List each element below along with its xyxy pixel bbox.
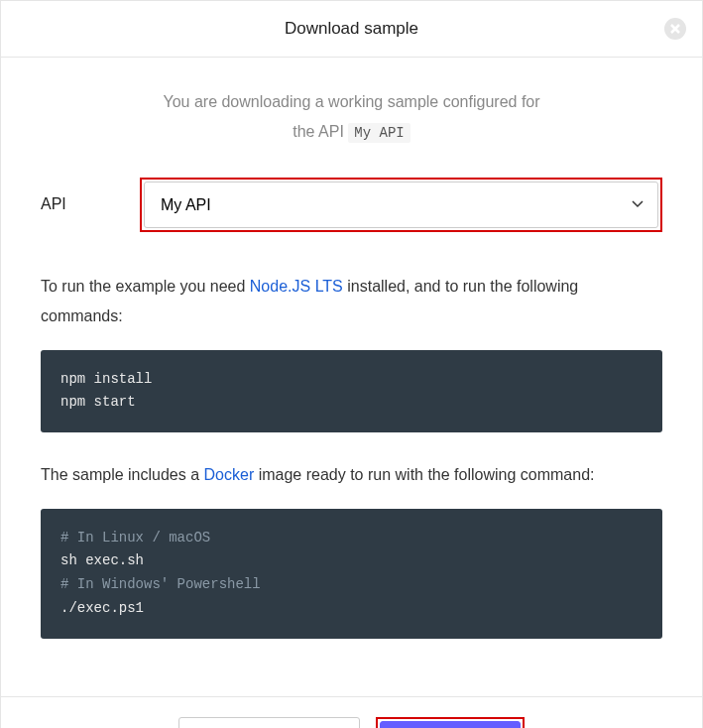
code-line: npm start (60, 394, 136, 410)
docker-link[interactable]: Docker (204, 466, 255, 483)
docker-instructions: The sample includes a Docker image ready… (41, 460, 662, 490)
npm-code-block: npm install npm start (41, 350, 662, 433)
close-button[interactable] (664, 18, 686, 40)
run-instructions: To run the example you need Node.JS LTS … (41, 272, 662, 332)
docker-code-block: # In Linux / macOS sh exec.sh # In Windo… (41, 509, 662, 639)
docker-suffix: image ready to run with the following co… (254, 466, 594, 483)
api-label: API (41, 195, 100, 213)
modal-title: Download sample (285, 19, 418, 39)
code-line: npm install (60, 371, 152, 387)
code-comment: # In Windows' Powershell (60, 576, 261, 592)
run-prefix: To run the example you need (41, 278, 250, 295)
modal-footer: VIEW ON GITHUB DOWNLOAD (1, 696, 702, 728)
code-comment: # In Linux / macOS (60, 530, 210, 546)
intro-api-name: My API (348, 123, 410, 143)
modal-header: Download sample (1, 1, 702, 58)
code-line: ./exec.ps1 (60, 600, 144, 616)
download-sample-modal: Download sample You are downloading a wo… (0, 0, 703, 728)
download-button[interactable]: DOWNLOAD (380, 721, 521, 728)
docker-prefix: The sample includes a (41, 466, 204, 483)
close-icon (670, 24, 680, 34)
view-github-button[interactable]: VIEW ON GITHUB (178, 717, 359, 728)
download-button-highlight: DOWNLOAD (376, 717, 525, 728)
modal-body: You are downloading a working sample con… (1, 58, 702, 696)
intro-line2-prefix: the API (293, 123, 344, 140)
intro-text: You are downloading a working sample con… (41, 87, 662, 148)
nodejs-link[interactable]: Node.JS LTS (250, 278, 343, 295)
api-select-highlight: My API (140, 178, 662, 232)
api-row: API My API (41, 178, 662, 232)
code-line: sh exec.sh (60, 552, 144, 568)
intro-line1: You are downloading a working sample con… (163, 93, 539, 110)
api-select[interactable]: My API (144, 182, 658, 228)
